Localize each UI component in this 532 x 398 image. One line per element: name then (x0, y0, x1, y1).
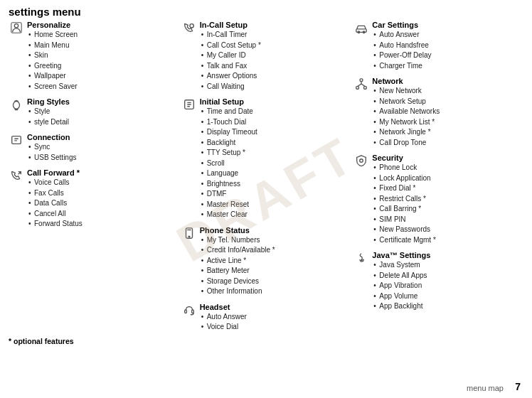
list-item: Restrict Calls * (372, 194, 523, 205)
list-item: Other Information (200, 286, 351, 297)
in-call-icon (181, 21, 197, 34)
section-title-phone-status: Phone Status (200, 226, 351, 235)
list-item: Fixed Dial * (372, 183, 523, 194)
call-forward-icon (9, 168, 24, 182)
svg-rect-10 (191, 310, 193, 313)
svg-point-8 (188, 236, 190, 237)
column-1: PersonalizeHome ScreenMain MenuSkinGreet… (9, 21, 179, 333)
svg-rect-9 (184, 310, 186, 313)
headset-icon (181, 303, 197, 316)
list-item: Auto Answer (200, 312, 351, 323)
list-item: Active Line * (200, 256, 351, 267)
list-item: Storage Devices (200, 276, 351, 287)
section-title-call-forward: Call Forward * (27, 168, 179, 177)
list-item: My Caller ID (200, 50, 351, 61)
svg-rect-14 (361, 79, 363, 82)
list-item: Auto Answer (372, 30, 523, 41)
svg-point-5 (190, 24, 193, 28)
section-title-car-settings: Car Settings (372, 21, 523, 29)
section-car-settings: Car SettingsAuto AnswerAuto HandsfreePow… (353, 21, 523, 71)
page-title: settings menu (0, 0, 532, 21)
list-item: Scroll (200, 158, 351, 169)
list-item: My Network List * (372, 117, 523, 128)
svg-rect-15 (356, 87, 359, 90)
list-item: SIM PIN (372, 215, 523, 225)
list-item: style Detail (27, 117, 179, 128)
list-item: Style (27, 107, 179, 117)
list-item: Auto Handsfree (372, 41, 523, 51)
section-security: SecurityPhone LockLock ApplicationFixed … (353, 154, 523, 245)
section-ring-styles: Ring StylesStylestyle Detail (9, 97, 179, 127)
main-content: PersonalizeHome ScreenMain MenuSkinGreet… (0, 21, 532, 333)
connection-icon (9, 133, 24, 146)
section-in-call-setup: In-Call SetupIn-Call TimerCall Cost Setu… (181, 21, 351, 92)
list-item: Answer Options (200, 71, 351, 82)
list-item: Greeting (27, 61, 179, 72)
list-item: Language (200, 168, 351, 179)
section-title-security: Security (372, 154, 523, 162)
page-number: 7 (515, 381, 521, 392)
initial-setup-icon (181, 97, 197, 111)
list-item: New Network (372, 86, 523, 97)
section-items-security: Phone LockLock ApplicationFixed Dial *Re… (372, 163, 523, 245)
svg-rect-16 (364, 87, 367, 90)
list-item: Wallpaper (27, 71, 179, 82)
svg-point-0 (14, 24, 18, 28)
list-item: Main Menu (27, 41, 179, 51)
list-item: Sync (27, 142, 179, 153)
section-items-car-settings: Auto AnswerAuto HandsfreePower-Off Delay… (372, 30, 523, 71)
list-item: Power-Off Delay (372, 50, 523, 61)
section-title-ring-styles: Ring Styles (27, 97, 179, 106)
list-item: Network Setup (372, 97, 523, 107)
section-title-network: Network (372, 77, 523, 85)
list-item: 1-Touch Dial (200, 117, 351, 128)
list-item: Display Timeout (200, 127, 351, 138)
list-item: Call Cost Setup * (200, 41, 351, 51)
section-java-settings: Java™ SettingsJava SystemDelete All Apps… (353, 251, 523, 312)
list-item: My Tel. Numbers (200, 235, 351, 246)
section-items-java-settings: Java SystemDelete All AppsApp VibrationA… (372, 260, 523, 312)
optional-note: * optional features (0, 333, 532, 345)
section-call-forward: Call Forward *Voice CallsFax CallsData C… (9, 168, 179, 230)
section-title-in-call-setup: In-Call Setup (200, 21, 351, 29)
list-item: Available Networks (372, 107, 523, 117)
list-item: Fax Calls (27, 188, 179, 199)
list-item: Network Jingle * (372, 127, 523, 138)
list-item: Call Barring * (372, 204, 523, 215)
phone-status-icon (181, 226, 197, 240)
list-item: Screen Saver (27, 82, 179, 92)
list-item: Data Calls (27, 198, 179, 209)
section-initial-setup: Initial SetupTime and Date1-Touch DialDi… (181, 97, 351, 220)
list-item: App Backlight (372, 301, 523, 312)
list-item: Forward Status (27, 219, 179, 230)
section-items-network: New NetworkNetwork SetupAvailable Networ… (372, 86, 523, 148)
column-3: Car SettingsAuto AnswerAuto HandsfreePow… (353, 21, 523, 333)
section-items-ring-styles: Stylestyle Detail (27, 107, 179, 127)
list-item: Skin (27, 50, 179, 61)
list-item: Java System (372, 260, 523, 271)
list-item: Delete All Apps (372, 271, 523, 281)
svg-rect-4 (12, 136, 21, 144)
list-item: TTY Setup * (200, 148, 351, 158)
column-2: In-Call SetupIn-Call TimerCall Cost Setu… (181, 21, 351, 333)
list-item: Charger Time (372, 61, 523, 72)
list-item: Lock Application (372, 173, 523, 184)
car-icon (353, 21, 369, 34)
list-item: DTMF (200, 189, 351, 200)
section-items-personalize: Home ScreenMain MenuSkinGreetingWallpape… (27, 30, 179, 92)
section-items-in-call-setup: In-Call TimerCall Cost Setup *My Caller … (200, 30, 351, 92)
svg-rect-3 (15, 109, 18, 109)
section-personalize: PersonalizeHome ScreenMain MenuSkinGreet… (9, 21, 179, 92)
list-item: Cancel All (27, 209, 179, 220)
section-items-phone-status: My Tel. NumbersCredit Info/Available *Ac… (200, 235, 351, 297)
list-item: Master Clear (200, 210, 351, 220)
list-item: App Volume (372, 291, 523, 302)
list-item: App Vibration (372, 281, 523, 291)
section-connection: ConnectionSyncUSB Settings (9, 133, 179, 163)
list-item: Time and Date (200, 107, 351, 117)
section-items-connection: SyncUSB Settings (27, 142, 179, 163)
section-phone-status: Phone StatusMy Tel. NumbersCredit Info/A… (181, 226, 351, 297)
list-item: Voice Dial (200, 322, 351, 333)
list-item: Credit Info/Available * (200, 245, 351, 256)
svg-point-17 (360, 159, 363, 163)
